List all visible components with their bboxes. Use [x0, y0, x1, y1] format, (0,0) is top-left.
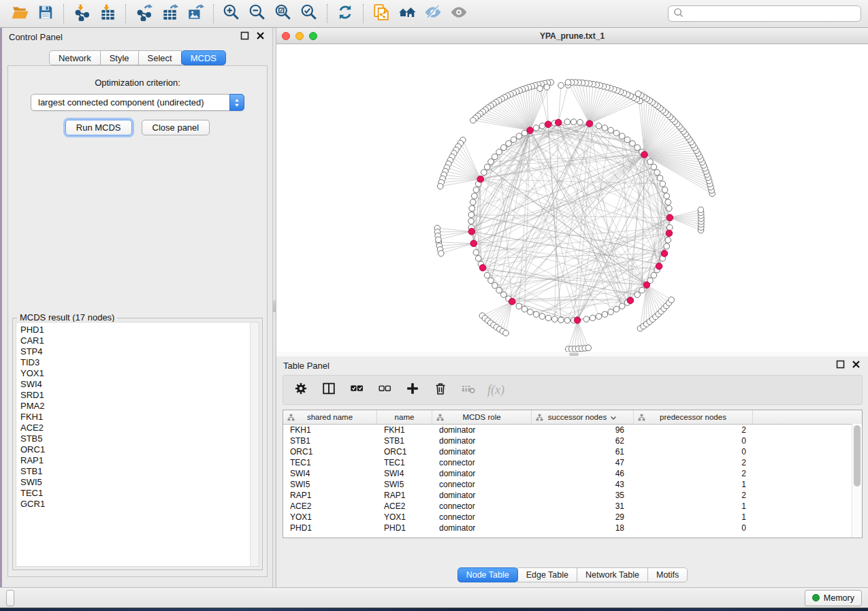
- mcds-hub-node[interactable]: [555, 119, 562, 126]
- mcds-hub-node[interactable]: [545, 121, 551, 128]
- mcds-hub-node[interactable]: [666, 230, 673, 237]
- run-mcds-button[interactable]: Run MCDS: [65, 120, 132, 135]
- show-all-button[interactable]: [446, 3, 472, 24]
- tab-mcds[interactable]: MCDS: [181, 50, 226, 65]
- import-table-button[interactable]: [95, 3, 120, 24]
- mcds-result-item[interactable]: STB5: [20, 433, 249, 444]
- mcds-result-item[interactable]: STB1: [20, 466, 249, 477]
- mcds-result-item[interactable]: PMA2: [20, 401, 249, 412]
- tab-node-table[interactable]: Node Table: [457, 567, 518, 582]
- split-view-button[interactable]: [320, 381, 338, 399]
- mcds-result-item[interactable]: ORC1: [20, 444, 249, 455]
- mcds-hub-node[interactable]: [477, 176, 484, 183]
- tab-motifs[interactable]: Motifs: [647, 567, 688, 582]
- column-header-MCDS-role[interactable]: MCDS role: [432, 410, 532, 424]
- zoom-out-button[interactable]: [244, 3, 270, 24]
- table-row[interactable]: ACE2ACE2connector311: [283, 501, 862, 512]
- sort-menu-icon[interactable]: [610, 414, 617, 420]
- table-row[interactable]: YOX1YOX1connector291: [283, 512, 862, 523]
- table-scrollbar[interactable]: [852, 424, 862, 538]
- close-panel-button[interactable]: Close panel: [142, 120, 210, 135]
- mcds-result-item[interactable]: SWI5: [20, 477, 249, 488]
- search-box[interactable]: [668, 5, 861, 22]
- mcds-result-item[interactable]: TEC1: [20, 488, 249, 499]
- mcds-hub-node[interactable]: [666, 214, 673, 221]
- optimization-select[interactable]: largest connected component (undirected): [31, 94, 244, 111]
- deselect-all-button[interactable]: [376, 381, 393, 399]
- mcds-result-item[interactable]: ACE2: [20, 423, 249, 433]
- mcds-result-item[interactable]: TID3: [20, 357, 249, 368]
- table-row[interactable]: RAP1RAP1dominator352: [283, 490, 862, 501]
- delete-button[interactable]: [432, 381, 449, 399]
- export-image-button[interactable]: [182, 3, 208, 24]
- table-row[interactable]: FKH1FKH1dominator962: [283, 425, 862, 435]
- mcds-result-item[interactable]: SWI4: [20, 379, 249, 390]
- function-builder-button[interactable]: f(x): [487, 383, 504, 397]
- mcds-result-item[interactable]: SRD1: [20, 390, 249, 401]
- mcds-hub-node[interactable]: [527, 127, 534, 134]
- tab-edge-table[interactable]: Edge Table: [517, 567, 577, 582]
- mcds-hub-node[interactable]: [586, 120, 593, 127]
- mcds-hub-node[interactable]: [509, 298, 515, 305]
- zoom-fit-button[interactable]: [270, 3, 296, 24]
- table-row[interactable]: SWI4SWI4dominator462: [283, 468, 862, 479]
- mcds-hub-node[interactable]: [661, 250, 668, 257]
- search-input[interactable]: [688, 8, 856, 19]
- settings-button[interactable]: [292, 381, 310, 399]
- horizontal-splitter[interactable]: [276, 352, 868, 357]
- tab-network-table[interactable]: Network Table: [577, 567, 648, 582]
- mcds-hub-node[interactable]: [656, 263, 662, 270]
- float-panel-icon[interactable]: [240, 31, 250, 43]
- mcds-hub-node[interactable]: [468, 229, 475, 235]
- add-button[interactable]: [404, 381, 421, 399]
- table-row[interactable]: STB1STB1dominator620: [283, 435, 862, 446]
- splitter-grip-h[interactable]: [569, 352, 579, 356]
- mcds-hub-node[interactable]: [641, 152, 648, 159]
- open-button[interactable]: [7, 3, 33, 24]
- export-network-button[interactable]: [131, 3, 157, 24]
- mcds-result-item[interactable]: YOX1: [20, 368, 249, 379]
- mcds-hub-node[interactable]: [470, 240, 477, 247]
- mcds-result-item[interactable]: RAP1: [20, 455, 249, 466]
- tab-network[interactable]: Network: [49, 50, 101, 65]
- mcds-result-item[interactable]: CAR1: [20, 335, 249, 346]
- column-header-name[interactable]: name: [377, 410, 432, 424]
- table-row[interactable]: TEC1TEC1connector472: [283, 457, 862, 468]
- mcds-hub-node[interactable]: [627, 297, 634, 304]
- export-table-button[interactable]: [157, 3, 182, 24]
- table-row[interactable]: ORC1ORC1dominator610: [283, 446, 862, 457]
- splitter-grip[interactable]: [273, 300, 276, 312]
- task-history-button[interactable]: [6, 590, 14, 606]
- table-row[interactable]: SWI5SWI5connector431: [283, 479, 862, 490]
- mcds-hub-node[interactable]: [643, 282, 650, 288]
- memory-button[interactable]: Memory: [805, 590, 862, 606]
- tab-select[interactable]: Select: [138, 50, 182, 65]
- mcds-result-item[interactable]: GCR1: [20, 499, 249, 510]
- close-panel-icon[interactable]: [851, 359, 861, 371]
- mcds-result-item[interactable]: STP4: [20, 346, 249, 357]
- save-button[interactable]: [33, 3, 59, 24]
- import-network-button[interactable]: [69, 3, 95, 24]
- result-scrollbar[interactable]: [250, 323, 259, 566]
- first-neighbors-button[interactable]: [394, 3, 420, 24]
- tab-style[interactable]: Style: [100, 50, 139, 65]
- zoom-selected-button[interactable]: [296, 3, 322, 24]
- column-header-successor-nodes[interactable]: successor nodes: [532, 410, 634, 424]
- column-header-predecessor-nodes[interactable]: predecessor nodes: [634, 410, 753, 424]
- select-all-button[interactable]: [348, 381, 366, 399]
- zoom-in-button[interactable]: [219, 3, 244, 24]
- column-header-shared-name[interactable]: shared name: [283, 410, 377, 424]
- mcds-hub-node[interactable]: [479, 265, 486, 271]
- mcds-result-item[interactable]: PHD1: [20, 325, 249, 335]
- delete-column-button[interactable]: [460, 381, 477, 399]
- scrollbar-thumb[interactable]: [854, 425, 861, 486]
- hide-selected-button[interactable]: [420, 3, 446, 24]
- table-row[interactable]: PHD1PHD1dominator180: [283, 523, 862, 533]
- float-panel-icon[interactable]: [835, 359, 846, 371]
- copy-document-button[interactable]: [368, 3, 394, 24]
- refresh-button[interactable]: [332, 3, 358, 24]
- close-panel-icon[interactable]: [255, 31, 266, 43]
- mcds-result-list[interactable]: PHD1CAR1STP4TID3YOX1SWI4SRD1PMA2FKH1ACE2…: [20, 325, 249, 565]
- mcds-result-item[interactable]: FKH1: [20, 412, 249, 423]
- network-canvas[interactable]: [276, 44, 868, 380]
